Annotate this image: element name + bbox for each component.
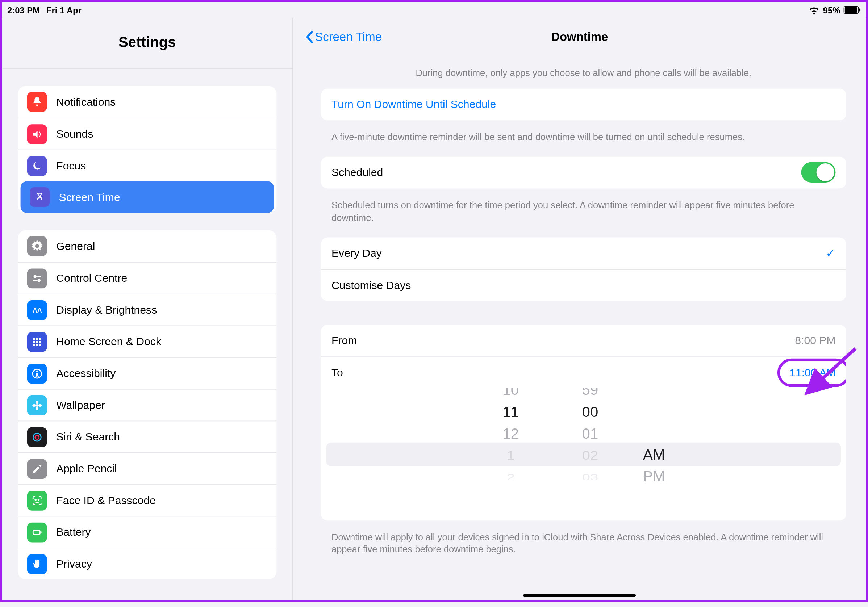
scheduled-toggle[interactable]	[801, 162, 836, 183]
svg-text:AA: AA	[33, 307, 42, 314]
svg-point-26	[35, 499, 36, 500]
from-row[interactable]: From 8:00 PM	[321, 325, 846, 356]
svg-point-5	[38, 279, 40, 282]
picker-ampm-column[interactable]: AM PM	[643, 388, 683, 520]
svg-rect-11	[33, 341, 35, 342]
sidebar-item-label: Focus	[56, 159, 86, 172]
status-time: 2:03 PM	[7, 5, 40, 15]
sidebar-item-screen-time[interactable]: Screen Time	[21, 181, 274, 213]
svg-point-20	[36, 401, 39, 404]
sidebar-item-label: Home Screen & Dock	[56, 335, 161, 348]
scheduled-card: Scheduled	[321, 156, 846, 188]
svg-rect-4	[37, 276, 41, 277]
picker-cell-selected: 11	[484, 401, 537, 422]
time-picker[interactable]: 8 9 10 11 12 1 2	[321, 388, 846, 520]
svg-point-24	[33, 433, 41, 441]
picker-cell: 03	[564, 471, 617, 483]
time-card: From 8:00 PM To 11:00 AM 8	[321, 325, 846, 520]
wifi-icon	[809, 5, 820, 15]
sidebar-item-notifications[interactable]: Notifications	[18, 86, 276, 118]
svg-point-19	[36, 404, 39, 406]
sidebar-item-apple-pencil[interactable]: Apple Pencil	[18, 452, 276, 484]
customise-days-row[interactable]: Customise Days	[321, 269, 846, 300]
sidebar-item-wallpaper[interactable]: Wallpaper	[18, 389, 276, 421]
sidebar-item-battery[interactable]: Battery	[18, 516, 276, 548]
sidebar-item-sounds[interactable]: Sounds	[18, 118, 276, 150]
svg-point-3	[34, 274, 37, 277]
sidebar-item-label: Sounds	[56, 127, 93, 140]
to-row[interactable]: To 11:00 AM	[321, 356, 846, 388]
svg-rect-1	[845, 7, 857, 12]
sidebar-item-privacy[interactable]: Privacy	[18, 548, 276, 579]
back-label: Screen Time	[315, 30, 382, 44]
sidebar-title: Settings	[2, 18, 292, 69]
siri-icon	[27, 427, 47, 447]
picker-minute-column[interactable]: 57 58 59 00 01 02 03	[564, 388, 617, 520]
bell-icon	[27, 92, 47, 112]
battery-icon	[843, 6, 860, 14]
sidebar-item-general[interactable]: General	[18, 230, 276, 262]
face-id-icon	[27, 490, 47, 510]
svg-rect-28	[33, 530, 40, 534]
picker-cell: 10	[484, 388, 537, 401]
svg-point-21	[36, 406, 39, 410]
svg-point-23	[39, 404, 42, 406]
picker-cell: PM	[643, 465, 683, 487]
accessibility-icon	[27, 364, 47, 384]
svg-rect-12	[36, 341, 38, 342]
sidebar-item-label: Wallpaper	[56, 399, 105, 412]
pencil-icon	[27, 458, 47, 478]
turn-on-card: Turn On Downtime Until Schedule	[321, 89, 846, 121]
check-icon: ✓	[826, 246, 835, 260]
sidebar-item-faceid[interactable]: Face ID & Passcode	[18, 484, 276, 516]
status-battery-pct: 95%	[823, 5, 840, 15]
days-card: Every Day ✓ Customise Days	[321, 237, 846, 300]
battery-settings-icon	[27, 522, 47, 542]
chevron-left-icon	[305, 30, 314, 44]
customise-days-label: Customise Days	[332, 279, 411, 291]
turn-on-downtime-button[interactable]: Turn On Downtime Until Schedule	[321, 89, 846, 121]
svg-point-27	[38, 499, 39, 500]
sidebar-item-label: Apple Pencil	[56, 463, 117, 475]
home-indicator	[524, 594, 636, 597]
sidebar-item-label: General	[56, 240, 95, 252]
sidebar-item-focus[interactable]: Focus	[18, 150, 276, 181]
sidebar-item-accessibility[interactable]: Accessibility	[18, 357, 276, 389]
hand-icon	[27, 554, 47, 574]
content-header: Screen Time Downtime	[293, 18, 866, 56]
footer-caption: Downtime will apply to all your devices …	[321, 520, 846, 559]
svg-rect-8	[33, 338, 35, 339]
scheduled-label: Scheduled	[332, 166, 383, 179]
svg-rect-13	[39, 341, 41, 342]
picker-cell: 01	[564, 422, 617, 444]
every-day-row[interactable]: Every Day ✓	[321, 237, 846, 269]
grid-icon	[27, 332, 47, 352]
from-label: From	[332, 334, 357, 347]
from-value: 8:00 PM	[795, 334, 835, 347]
status-bar: 2:03 PM Fri 1 Apr 95%	[2, 2, 866, 18]
scheduled-caption: Scheduled turns on downtime for the time…	[321, 188, 846, 228]
picker-cell-selected: AM	[643, 444, 683, 465]
svg-rect-9	[36, 338, 38, 339]
sidebar-item-home-screen[interactable]: Home Screen & Dock	[18, 325, 276, 358]
svg-rect-15	[36, 344, 38, 345]
sidebar-item-siri[interactable]: Siri & Search	[18, 421, 276, 452]
intro-caption: During downtime, only apps you choose to…	[321, 56, 846, 83]
turn-on-caption: A five-minute downtime reminder will be …	[321, 120, 846, 147]
picker-cell: 1	[484, 446, 537, 464]
sidebar-group-1: Notifications Sounds Focus	[18, 86, 276, 213]
sliders-icon	[27, 268, 47, 288]
sidebar-item-label: Display & Brightness	[56, 304, 157, 316]
sidebar-item-control-centre[interactable]: Control Centre	[18, 262, 276, 294]
flower-icon	[27, 395, 47, 415]
turn-on-label: Turn On Downtime Until Schedule	[332, 98, 496, 111]
picker-hour-column[interactable]: 8 9 10 11 12 1 2	[484, 388, 537, 520]
back-button[interactable]: Screen Time	[305, 30, 382, 44]
moon-icon	[27, 156, 47, 176]
sidebar-item-label: Screen Time	[59, 191, 120, 204]
sidebar-item-label: Control Centre	[56, 272, 127, 285]
picker-cell-selected: 00	[564, 401, 617, 422]
sidebar: Settings Notifications Sounds	[2, 18, 293, 600]
to-value: 11:00 AM	[789, 366, 835, 379]
sidebar-item-display[interactable]: AA Display & Brightness	[18, 294, 276, 325]
